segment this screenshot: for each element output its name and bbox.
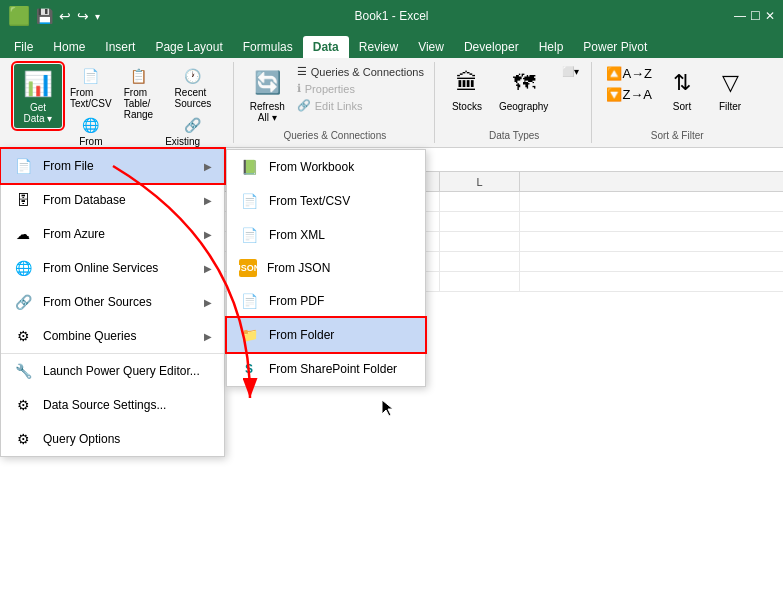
- queries-connections-button[interactable]: ☰ Queries & Connections: [295, 64, 426, 79]
- redo-icon[interactable]: ↪: [77, 8, 89, 24]
- sort-filter-group-label: Sort & Filter: [651, 128, 704, 141]
- refresh-all-icon: 🔄: [251, 67, 283, 99]
- recent-sources-icon: 🕐: [183, 66, 203, 86]
- from-online-services-icon: 🌐: [13, 258, 33, 278]
- combine-queries-label: Combine Queries: [43, 329, 194, 343]
- cell-l19[interactable]: [440, 252, 520, 271]
- title-bar: 🟩 💾 ↩ ↪ ▾ Book1 - Excel — ☐ ✕: [0, 0, 783, 32]
- qat-dropdown-icon[interactable]: ▾: [95, 11, 100, 22]
- queries-connections-label: Queries & Connections: [311, 66, 424, 78]
- from-online-services-arrow: ▶: [204, 263, 212, 274]
- from-file-icon: 📄: [13, 156, 33, 176]
- menu-item-query-options[interactable]: ⚙ Query Options: [1, 422, 224, 456]
- from-other-sources-label: From Other Sources: [43, 295, 194, 309]
- save-icon[interactable]: 💾: [36, 8, 53, 24]
- sort-za-button[interactable]: 🔽Z→A: [602, 85, 656, 104]
- get-data-button[interactable]: 📊 GetData ▾: [14, 64, 62, 128]
- from-sharepoint-folder-icon: S: [239, 359, 259, 379]
- filter-icon: ▽: [714, 67, 746, 99]
- from-folder-label: From Folder: [269, 328, 334, 342]
- refresh-all-label: RefreshAll ▾: [250, 101, 285, 123]
- stocks-button[interactable]: 🏛 Stocks: [445, 64, 489, 115]
- recent-sources-label: RecentSources: [175, 87, 212, 109]
- from-azure-icon: ☁: [13, 224, 33, 244]
- sort-za-icon: 🔽Z→A: [606, 87, 652, 102]
- cell-l16[interactable]: [440, 192, 520, 211]
- filter-button[interactable]: ▽ Filter: [708, 64, 752, 115]
- maximize-button[interactable]: ☐: [750, 9, 761, 23]
- from-text-csv-button[interactable]: 📄 FromText/CSV: [66, 64, 116, 111]
- menu-item-data-source-settings[interactable]: ⚙ Data Source Settings...: [1, 388, 224, 422]
- data-source-settings-icon: ⚙: [13, 395, 33, 415]
- properties-button[interactable]: ℹ Properties: [295, 81, 426, 96]
- get-data-items: 📊 GetData ▾ 📄 FromText/CSV 🌐 FromWeb 📋 F…: [14, 64, 225, 160]
- submenu-item-from-text-csv[interactable]: 📄 From Text/CSV: [227, 184, 425, 218]
- tab-file[interactable]: File: [4, 36, 43, 58]
- submenu-item-from-json[interactable]: JSON From JSON: [227, 252, 425, 284]
- launch-pq-icon: 🔧: [13, 361, 33, 381]
- minimize-button[interactable]: —: [734, 9, 746, 23]
- from-web-icon: 🌐: [81, 115, 101, 135]
- geography-icon: 🗺: [508, 67, 540, 99]
- col-header-l: L: [440, 172, 520, 191]
- menu-item-from-file[interactable]: 📄 From File ▶: [1, 149, 224, 183]
- sort-filter-items: 🔼A→Z 🔽Z→A ⇅ Sort ▽ Filter: [602, 64, 752, 128]
- from-json-label: From JSON: [267, 261, 330, 275]
- menu-item-launch-pq[interactable]: 🔧 Launch Power Query Editor...: [1, 353, 224, 388]
- sort-az-button[interactable]: 🔼A→Z: [602, 64, 656, 83]
- tab-developer[interactable]: Developer: [454, 36, 529, 58]
- from-file-arrow: ▶: [204, 161, 212, 172]
- ribbon-group-get-data: 📊 GetData ▾ 📄 FromText/CSV 🌐 FromWeb 📋 F…: [6, 62, 234, 143]
- menu-item-from-other-sources[interactable]: 🔗 From Other Sources ▶: [1, 285, 224, 319]
- tab-help[interactable]: Help: [529, 36, 574, 58]
- sort-az-icon: 🔼A→Z: [606, 66, 652, 81]
- combine-queries-icon: ⚙: [13, 326, 33, 346]
- data-types-expand-icon: ⬜▾: [562, 66, 579, 77]
- edit-links-button[interactable]: 🔗 Edit Links: [295, 98, 426, 113]
- refresh-all-button[interactable]: 🔄 RefreshAll ▾: [244, 64, 291, 126]
- submenu-item-from-folder[interactable]: 📁 From Folder: [227, 318, 425, 352]
- tab-view[interactable]: View: [408, 36, 454, 58]
- ribbon-group-queries: 🔄 RefreshAll ▾ ☰ Queries & Connections ℹ…: [236, 62, 435, 143]
- from-table-range-button[interactable]: 📋 FromTable/Range: [120, 64, 157, 122]
- tab-data[interactable]: Data: [303, 36, 349, 58]
- cell-l20[interactable]: [440, 272, 520, 291]
- tab-home[interactable]: Home: [43, 36, 95, 58]
- data-types-items: 🏛 Stocks 🗺 Geography ⬜▾: [445, 64, 583, 128]
- menu-item-from-online-services[interactable]: 🌐 From Online Services ▶: [1, 251, 224, 285]
- data-types-expand-button[interactable]: ⬜▾: [558, 64, 583, 79]
- from-other-sources-icon: 🔗: [13, 292, 33, 312]
- geography-label: Geography: [499, 101, 548, 112]
- window-title: Book1 - Excel: [354, 9, 428, 23]
- from-sharepoint-folder-label: From SharePoint Folder: [269, 362, 397, 376]
- tab-power-pivot[interactable]: Power Pivot: [573, 36, 657, 58]
- menu-item-combine-queries[interactable]: ⚙ Combine Queries ▶: [1, 319, 224, 353]
- submenu-item-from-sharepoint-folder[interactable]: S From SharePoint Folder: [227, 352, 425, 386]
- geography-button[interactable]: 🗺 Geography: [493, 64, 554, 115]
- tab-review[interactable]: Review: [349, 36, 408, 58]
- combine-queries-arrow: ▶: [204, 331, 212, 342]
- cell-l17[interactable]: [440, 212, 520, 231]
- undo-icon[interactable]: ↩: [59, 8, 71, 24]
- submenu-item-from-workbook[interactable]: 📗 From Workbook: [227, 150, 425, 184]
- from-online-services-label: From Online Services: [43, 261, 194, 275]
- sort-button[interactable]: ⇅ Sort: [660, 64, 704, 115]
- submenu-item-from-xml[interactable]: 📄 From XML: [227, 218, 425, 252]
- submenu-item-from-pdf[interactable]: 📄 From PDF: [227, 284, 425, 318]
- properties-label: Properties: [305, 83, 355, 95]
- recent-sources-button[interactable]: 🕐 RecentSources: [161, 64, 225, 111]
- menu-item-from-azure[interactable]: ☁ From Azure ▶: [1, 217, 224, 251]
- from-workbook-icon: 📗: [239, 157, 259, 177]
- window-controls: — ☐ ✕: [734, 9, 775, 23]
- tab-formulas[interactable]: Formulas: [233, 36, 303, 58]
- cursor: [380, 398, 396, 423]
- from-azure-arrow: ▶: [204, 229, 212, 240]
- from-pdf-icon: 📄: [239, 291, 259, 311]
- from-file-submenu: 📗 From Workbook 📄 From Text/CSV 📄 From X…: [226, 149, 426, 387]
- tab-insert[interactable]: Insert: [95, 36, 145, 58]
- close-button[interactable]: ✕: [765, 9, 775, 23]
- tab-page-layout[interactable]: Page Layout: [145, 36, 232, 58]
- cell-l18[interactable]: [440, 232, 520, 251]
- menu-item-from-database[interactable]: 🗄 From Database ▶: [1, 183, 224, 217]
- edit-links-label: Edit Links: [315, 100, 363, 112]
